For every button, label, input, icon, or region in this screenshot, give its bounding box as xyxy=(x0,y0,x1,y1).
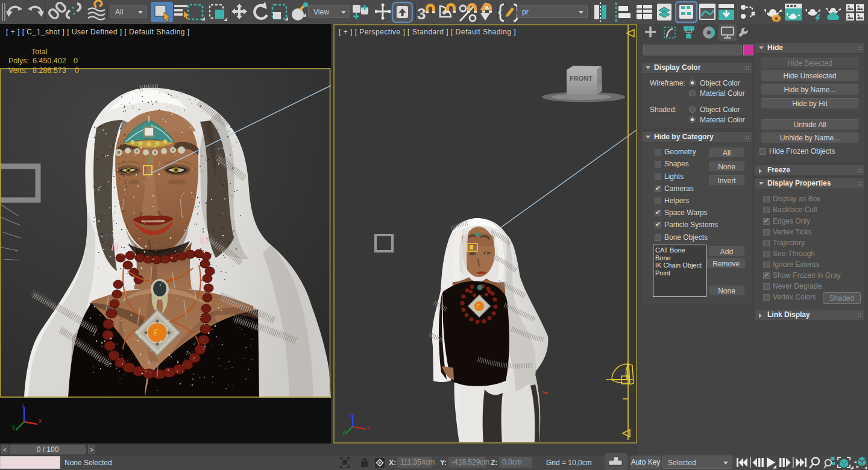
svg-text:z: z xyxy=(22,403,25,409)
svg-text:3: 3 xyxy=(417,5,426,23)
svg-text:z: z xyxy=(350,412,353,418)
svg-text:FRONT: FRONT xyxy=(570,75,593,82)
svg-text:x: x xyxy=(367,424,370,430)
svg-text:y: y xyxy=(342,429,345,435)
svg-text:y: y xyxy=(12,424,15,430)
svg-text:x: x xyxy=(39,418,42,424)
